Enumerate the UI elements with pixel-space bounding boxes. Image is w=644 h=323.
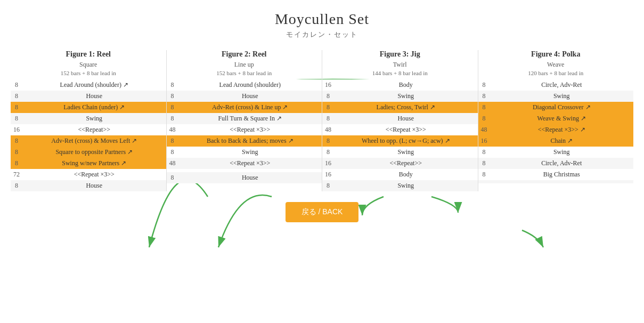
move-name: Body xyxy=(334,79,478,91)
move-name[interactable]: Square to opposite Partners ↗ xyxy=(22,147,166,158)
figure-bars-3: 144 bars + 8 bar lead in xyxy=(322,70,478,76)
bar-count: 8 xyxy=(11,147,22,158)
bar-count: 8 xyxy=(322,180,334,191)
move-name: Swing xyxy=(334,147,478,158)
table-row: 8Adv-Ret (cross) & Line up ↗ xyxy=(167,102,322,113)
move-name: House xyxy=(22,91,166,102)
move-name[interactable]: Adv-Ret (cross) & Moves Left ↗ xyxy=(22,135,166,147)
move-name: Swing xyxy=(178,147,322,158)
move-name xyxy=(490,180,634,183)
move-name: Swing xyxy=(22,113,166,124)
figure-sub-2: Line up xyxy=(167,61,322,69)
move-name[interactable]: Back to Back & Ladies; moves ↗ xyxy=(178,135,322,147)
bar-count: 8 xyxy=(322,113,334,124)
table-row: 8Swing xyxy=(322,147,478,158)
table-row: 8Lead Around (shoulder) ↗ xyxy=(11,79,166,91)
table-row: 48<<Repeat ×3>> xyxy=(167,124,322,135)
bar-count: 8 xyxy=(167,91,178,102)
bar-count: 8 xyxy=(11,91,22,102)
table-row: 8Square to opposite Partners ↗ xyxy=(11,147,166,158)
table-row: 48<<Repeat ×3>> ↗ xyxy=(478,124,634,135)
figure-bars-1: 152 bars + 8 bar lead in xyxy=(11,70,166,76)
bar-count: 8 xyxy=(11,158,22,169)
table-row: 8House xyxy=(167,172,322,183)
move-name[interactable]: Full Turn & Square In ↗ xyxy=(178,113,322,124)
moves-table-4: 8Circle, Adv-Ret8Swing8Diagonal Crossove… xyxy=(478,79,634,183)
bar-count: 8 xyxy=(478,169,490,180)
move-name[interactable]: Wheel to opp. (L; cw→G; acw) ↗ xyxy=(334,135,478,147)
bar-count xyxy=(478,180,490,183)
bar-count: 8 xyxy=(167,147,178,158)
table-row: 8Swing xyxy=(478,147,634,158)
table-row: 8House xyxy=(11,91,166,102)
table-row: 16<<Repeat>> xyxy=(322,158,478,169)
table-row: 8Adv-Ret (cross) & Moves Left ↗ xyxy=(11,135,166,147)
table-row: 8House xyxy=(322,113,478,124)
move-name: House xyxy=(334,113,478,124)
figures-container: Figure 1: ReelSquare152 bars + 8 bar lea… xyxy=(11,50,633,191)
moves-table-1: 8Lead Around (shoulder) ↗8House8Ladies C… xyxy=(11,79,166,191)
table-row: 16Body xyxy=(322,79,478,91)
bar-count: 8 xyxy=(478,79,490,91)
bar-count: 8 xyxy=(322,147,334,158)
move-name[interactable]: Adv-Ret (cross) & Line up ↗ xyxy=(178,102,322,113)
bar-count: 8 xyxy=(478,102,490,113)
table-row: 8Circle, Adv-Ret xyxy=(478,158,634,169)
figure-header-2: Figure 2: Reel xyxy=(167,50,322,59)
move-name[interactable]: Swing w/new Partners ↗ xyxy=(22,158,166,169)
bar-count: 8 xyxy=(478,158,490,169)
bar-count: 8 xyxy=(478,91,490,102)
move-name[interactable]: Ladies; Cross, Twirl ↗ xyxy=(334,102,478,113)
figure-col-1: Figure 1: ReelSquare152 bars + 8 bar lea… xyxy=(11,50,166,191)
bar-count: 8 xyxy=(11,102,22,113)
table-row: 16<<Repeat>> xyxy=(11,124,166,135)
figure-bars-4: 120 bars + 8 bar lead in xyxy=(478,70,634,76)
bar-count: 8 xyxy=(11,135,22,147)
table-row: 8Swing w/new Partners ↗ xyxy=(11,158,166,169)
bar-count: 8 xyxy=(167,172,178,183)
move-name[interactable]: Chain ↗ xyxy=(490,135,634,147)
move-name[interactable]: Lead Around (shoulder) ↗ xyxy=(22,79,166,91)
table-row: 8Swing xyxy=(322,91,478,102)
table-row: 8Big Christmas xyxy=(478,169,634,180)
bar-count: 16 xyxy=(478,135,490,147)
move-name[interactable]: Diagonal Crossover ↗ xyxy=(490,102,634,113)
bar-count: 8 xyxy=(11,79,22,91)
figure-sub-3: Twirl xyxy=(322,61,478,69)
table-row: 8Swing xyxy=(478,91,634,102)
back-button-container: 戻る / BACK xyxy=(11,202,633,222)
table-row: 8Back to Back & Ladies; moves ↗ xyxy=(167,135,322,147)
figure-sub-4: Weave xyxy=(478,61,634,69)
move-name[interactable]: Weave & Swing ↗ xyxy=(490,113,634,124)
move-name: <<Repeat ×3>> xyxy=(22,169,166,180)
move-name[interactable]: Ladies Chain (under) ↗ xyxy=(22,102,166,113)
figure-header-4: Figure 4: Polka xyxy=(478,50,634,59)
table-row: 8Swing xyxy=(167,147,322,158)
move-name[interactable]: <<Repeat ×3>> ↗ xyxy=(490,124,634,135)
move-name: Swing xyxy=(490,91,634,102)
move-name: <<Repeat>> xyxy=(22,124,166,135)
table-row: 8Diagonal Crossover ↗ xyxy=(478,102,634,113)
bar-count: 8 xyxy=(167,135,178,147)
move-name: Circle, Adv-Ret xyxy=(490,158,634,169)
table-row: 8Circle, Adv-Ret xyxy=(478,79,634,91)
bar-count: 16 xyxy=(322,169,334,180)
move-name: <<Repeat ×3>> xyxy=(178,158,322,169)
figure-header-3: Figure 3: Jig xyxy=(322,50,478,59)
move-name: <<Repeat ×3>> xyxy=(178,124,322,135)
back-button[interactable]: 戻る / BACK xyxy=(286,202,359,222)
main-title: Moycullen Set xyxy=(11,11,633,28)
table-row: 8Full Turn & Square In ↗ xyxy=(167,113,322,124)
bar-count: 8 xyxy=(11,113,22,124)
table-row: 8Lead Around (shoulder) xyxy=(167,79,322,91)
bar-count: 16 xyxy=(11,124,22,135)
bar-count: 16 xyxy=(322,79,334,91)
figure-col-2: Figure 2: ReelLine up152 bars + 8 bar le… xyxy=(167,50,322,191)
table-row: 8Ladies Chain (under) ↗ xyxy=(11,102,166,113)
bar-count: 8 xyxy=(478,113,490,124)
figure-col-3: Figure 3: JigTwirl144 bars + 8 bar lead … xyxy=(322,50,478,191)
page-wrapper: Moycullen Set モイカレン・セット xyxy=(0,0,644,238)
table-row: 16Chain ↗ xyxy=(478,135,634,147)
move-name: Body xyxy=(334,169,478,180)
table-row: 8House xyxy=(11,180,166,191)
